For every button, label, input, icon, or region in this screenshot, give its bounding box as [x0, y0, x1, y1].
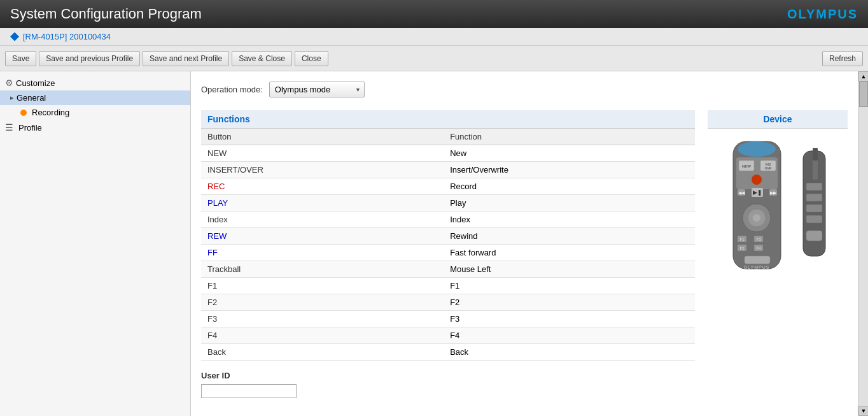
save-prev-button[interactable]: Save and previous Profile	[39, 51, 140, 66]
svg-text:F1: F1	[739, 238, 745, 241]
table-cell-function: Index	[444, 212, 695, 228]
svg-rect-34	[806, 215, 822, 223]
sidebar-item-recording[interactable]: Recording	[0, 105, 190, 120]
save-close-button[interactable]: Save & Close	[232, 51, 292, 66]
svg-rect-32	[806, 194, 822, 201]
scroll-thumb[interactable]	[859, 82, 868, 107]
remote-side-image	[797, 148, 832, 262]
sub-header: [RM-4015P] 200100434	[0, 28, 868, 46]
table-row[interactable]: F4 F4	[201, 327, 695, 344]
svg-text:▶❚: ▶❚	[753, 189, 762, 196]
svg-text:OLYMPUS: OLYMPUS	[744, 265, 770, 269]
table-row[interactable]: FF Fast forward	[201, 245, 695, 261]
col-header-button: Button	[201, 129, 444, 145]
table-header-row: Button Function	[201, 129, 695, 145]
svg-point-8	[752, 175, 762, 185]
sidebar-item-label-general: General	[17, 93, 46, 103]
user-id-section: User ID	[201, 371, 848, 398]
col-header-function: Function	[444, 129, 695, 145]
table-cell-button: Trackball	[201, 261, 444, 278]
table-cell-function: F1	[444, 278, 695, 294]
svg-point-1	[738, 141, 776, 157]
save-button[interactable]: Save	[5, 51, 36, 66]
table-row[interactable]: NEW New	[201, 145, 695, 162]
table-cell-button: Back	[201, 344, 444, 361]
user-id-input[interactable]	[201, 384, 297, 398]
scroll-track	[858, 82, 868, 406]
table-row[interactable]: Index Index	[201, 212, 695, 228]
table-row[interactable]: REC Record	[201, 178, 695, 195]
device-area: Device NEW	[708, 110, 848, 361]
table-cell-function: Insert/Overwrite	[444, 162, 695, 178]
functions-table: Button Function NEW New INSERT/OVER Inse…	[201, 129, 695, 361]
svg-text:F3: F3	[756, 238, 761, 241]
table-cell-button: INSERT/OVER	[201, 162, 444, 178]
table-row[interactable]: F1 F1	[201, 278, 695, 294]
table-cell-function: Fast forward	[444, 245, 695, 261]
main-layout: ⚙ Customize ▸ General Recording ☰ Profil…	[0, 71, 868, 416]
sidebar-item-customize[interactable]: ⚙ Customize	[0, 75, 190, 90]
device-header-label: Device	[714, 114, 841, 124]
device-id-text: [RM-4015P] 200100434	[23, 32, 111, 41]
table-row[interactable]: INSERT/OVER Insert/Overwrite	[201, 162, 695, 178]
profile-icon: ☰	[5, 122, 13, 133]
svg-text:OVR: OVR	[765, 166, 772, 170]
table-cell-button: F1	[201, 278, 444, 294]
recording-dot-icon	[20, 110, 27, 116]
save-next-button[interactable]: Save and next Profile	[143, 51, 229, 66]
functions-header-label: Functions	[207, 114, 250, 124]
svg-text:NEW: NEW	[742, 164, 751, 168]
svg-point-17	[753, 214, 760, 222]
operation-mode-select-wrapper: Olympus mode Standard mode	[269, 82, 365, 97]
device-icon	[10, 32, 19, 41]
app-logo: OLYMPUS	[787, 7, 858, 22]
sidebar: ⚙ Customize ▸ General Recording ☰ Profil…	[0, 71, 191, 416]
functions-section-header: Functions	[201, 110, 695, 129]
table-cell-button: F2	[201, 294, 444, 311]
table-cell-button: Index	[201, 212, 444, 228]
table-cell-function: Mouse Left	[444, 261, 695, 278]
table-cell-function: Back	[444, 344, 695, 361]
scroll-up-button[interactable]: ▲	[858, 71, 868, 82]
table-cell-button: FF	[201, 245, 444, 261]
remote-main-image: NEW INS OVR ◀◀ ▶❚ ▶▶	[724, 135, 790, 275]
svg-text:F2: F2	[739, 247, 745, 250]
gear-icon: ⚙	[5, 78, 13, 88]
operation-mode-row: Operation mode: Olympus mode Standard mo…	[201, 82, 848, 97]
sidebar-item-profile[interactable]: ☰ Profile	[0, 120, 190, 135]
svg-text:◀◀: ◀◀	[738, 190, 745, 195]
table-row[interactable]: REW Rewind	[201, 228, 695, 245]
sidebar-item-general[interactable]: ▸ General	[0, 90, 190, 105]
right-scrollbar: ▲ ▼	[858, 71, 868, 416]
app-title: System Configuration Program	[10, 6, 202, 22]
close-button[interactable]: Close	[295, 51, 328, 66]
table-cell-function: F2	[444, 294, 695, 311]
svg-rect-31	[806, 183, 822, 190]
table-row[interactable]: F3 F3	[201, 311, 695, 327]
table-cell-function: Play	[444, 195, 695, 212]
table-cell-function: Record	[444, 178, 695, 195]
table-cell-function: New	[444, 145, 695, 162]
app-header: System Configuration Program OLYMPUS	[0, 0, 868, 28]
table-cell-button: PLAY	[201, 195, 444, 212]
device-section-header: Device	[708, 110, 848, 129]
operation-mode-select[interactable]: Olympus mode Standard mode	[269, 82, 365, 97]
scroll-down-button[interactable]: ▼	[858, 406, 868, 416]
svg-rect-35	[806, 231, 822, 241]
table-row[interactable]: F2 F2	[201, 294, 695, 311]
functions-table-area: Functions Button Function NEW New INSERT…	[201, 110, 695, 361]
device-id: [RM-4015P] 200100434	[10, 32, 111, 41]
operation-mode-label: Operation mode:	[201, 85, 263, 94]
table-cell-button: REC	[201, 178, 444, 195]
table-row[interactable]: PLAY Play	[201, 195, 695, 212]
refresh-button[interactable]: Refresh	[822, 51, 863, 66]
table-row[interactable]: Back Back	[201, 344, 695, 361]
svg-rect-26	[745, 256, 770, 264]
device-image-container: NEW INS OVR ◀◀ ▶❚ ▶▶	[724, 135, 832, 275]
sidebar-item-label-customize: Customize	[16, 78, 55, 88]
table-row[interactable]: Trackball Mouse Left	[201, 261, 695, 278]
table-cell-button: REW	[201, 228, 444, 245]
toolbar: Save Save and previous Profile Save and …	[0, 46, 868, 71]
table-cell-button: F4	[201, 327, 444, 344]
sidebar-item-label-recording: Recording	[32, 108, 69, 117]
